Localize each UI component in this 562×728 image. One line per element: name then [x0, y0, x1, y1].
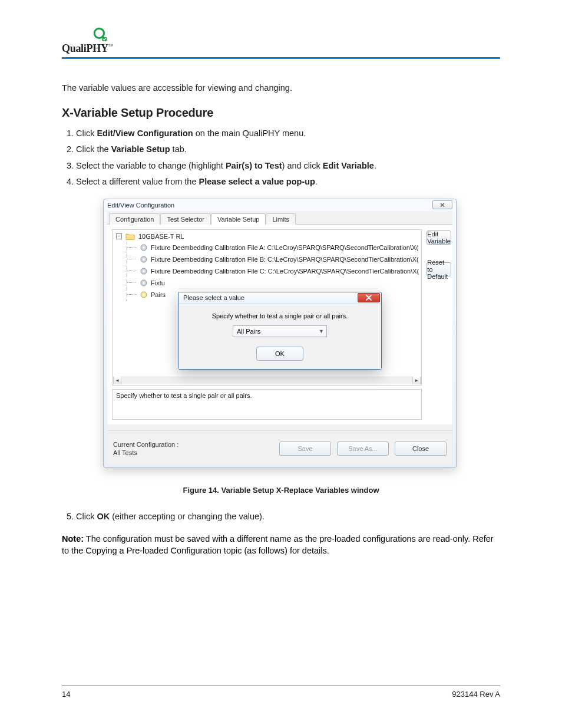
step-1: Click Edit/View Configuration on the mai…	[76, 128, 500, 140]
note-block: Note: The configuration must be saved wi…	[62, 533, 500, 556]
window-title: Edit/View Configuration	[107, 202, 432, 209]
tab-test-selector[interactable]: Test Selector	[160, 213, 211, 225]
folder-icon	[125, 232, 135, 241]
step-5: Click OK (either accepting or changing t…	[76, 511, 500, 523]
tree-item[interactable]: Fixtu	[127, 277, 419, 289]
scroll-right-icon[interactable]: ►	[412, 377, 421, 384]
step-2: Click the Variable Setup tab.	[76, 144, 500, 156]
dialog-close-button[interactable]	[358, 293, 380, 302]
value-select[interactable]: All Pairs ▼	[233, 325, 327, 337]
window-close-button[interactable]: ✕	[432, 200, 452, 209]
svg-point-3	[143, 246, 145, 249]
steps-list-continued: Click OK (either accepting or changing t…	[76, 511, 500, 523]
svg-point-11	[143, 294, 145, 296]
tree-item-label: Fixture Deembedding Calibration File A: …	[151, 244, 418, 251]
logo-text: QualiPHY	[62, 42, 108, 54]
section-title: X-Variable Setup Procedure	[62, 106, 500, 120]
select-value: All Pairs	[237, 328, 260, 335]
logo-icon	[92, 27, 108, 42]
horizontal-scrollbar[interactable]: ◄ ►	[113, 377, 421, 384]
close-icon: ✕	[439, 201, 445, 209]
doc-revision: 923144 Rev A	[452, 690, 500, 699]
tree-item[interactable]: Fixture Deembedding Calibration File C: …	[127, 265, 419, 277]
screenshot-figure: Edit/View Configuration ✕ Configuration …	[103, 199, 457, 469]
tabstrip: Configuration Test Selector Variable Set…	[107, 211, 452, 225]
tree-item-label: Fixture Deembedding Calibration File C: …	[151, 268, 419, 275]
brand-logo: QualiPHY™	[62, 27, 500, 55]
close-icon	[365, 295, 372, 301]
svg-point-9	[143, 282, 145, 284]
svg-rect-1	[102, 37, 107, 41]
page-number: 14	[62, 690, 70, 699]
save-button[interactable]: Save	[279, 442, 331, 456]
current-config: Current Configuration : All Tests	[113, 440, 273, 457]
figure-caption: Figure 14. Variable Setup X-Replace Vari…	[62, 486, 500, 495]
tree-item-label: Fixtu	[151, 279, 165, 286]
tab-variable-setup[interactable]: Variable Setup	[211, 213, 266, 225]
ok-button[interactable]: OK	[256, 347, 303, 361]
collapse-icon[interactable]: −	[116, 233, 122, 239]
tree-item-label: Pairs	[151, 291, 166, 298]
reset-default-button[interactable]: Reset to Default	[427, 262, 451, 276]
tree-root[interactable]: − 10GBASE-T RL	[116, 232, 419, 241]
header-rule	[62, 57, 500, 59]
intro-text: The variable values are accessible for v…	[62, 83, 500, 94]
svg-point-5	[143, 258, 145, 261]
gear-icon	[139, 290, 148, 299]
gear-icon	[139, 266, 148, 276]
svg-point-7	[143, 270, 145, 272]
gear-icon	[139, 255, 148, 264]
tree-root-label: 10GBASE-T RL	[138, 233, 184, 240]
save-as-button[interactable]: Save As...	[337, 442, 389, 456]
tab-limits[interactable]: Limits	[266, 213, 296, 225]
tree-item[interactable]: Fixture Deembedding Calibration File B: …	[127, 253, 419, 265]
tab-configuration[interactable]: Configuration	[109, 213, 160, 225]
select-value-dialog: Please select a value Specify whether to…	[178, 292, 382, 370]
close-button[interactable]: Close	[395, 442, 447, 456]
dialog-prompt: Specify whether to test a single pair or…	[184, 312, 375, 319]
window-titlebar: Edit/View Configuration ✕	[104, 199, 456, 211]
chevron-down-icon: ▼	[319, 328, 324, 334]
tree-item[interactable]: Fixture Deembedding Calibration File A: …	[127, 242, 419, 253]
step-3: Select the variable to change (highlight…	[76, 160, 500, 172]
tree-item-label: Fixture Deembedding Calibration File B: …	[151, 256, 419, 263]
edit-variable-button[interactable]: Edit Variable	[427, 230, 451, 245]
dialog-title: Please select a value	[183, 294, 358, 301]
page-footer: 14 923144 Rev A	[62, 686, 500, 699]
logo-tm: ™	[108, 43, 114, 49]
scroll-left-icon[interactable]: ◄	[113, 377, 121, 384]
gear-icon	[139, 243, 148, 252]
variable-description: Specify whether to test a single pair or…	[112, 389, 422, 420]
steps-list: Click Edit/View Configuration on the mai…	[76, 128, 500, 188]
gear-icon	[139, 278, 148, 288]
step-4: Select a different value from the Please…	[76, 176, 500, 188]
